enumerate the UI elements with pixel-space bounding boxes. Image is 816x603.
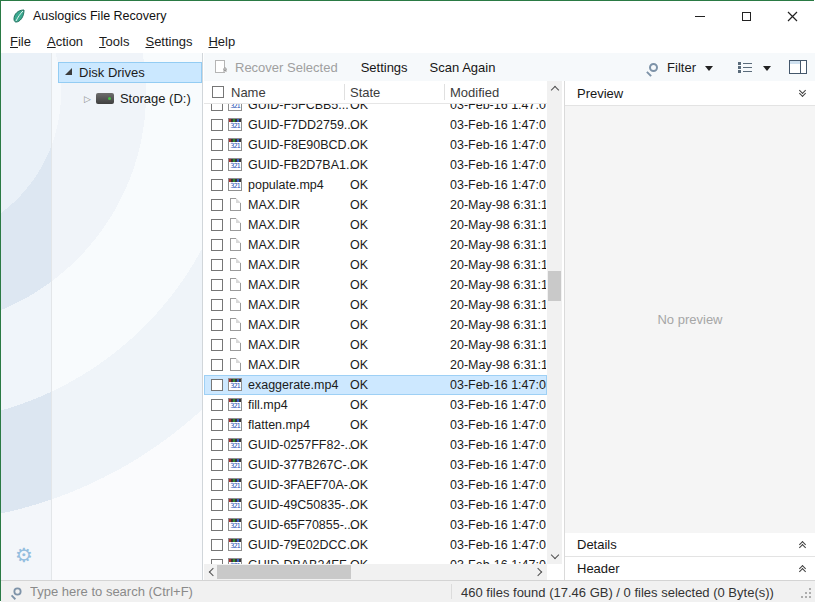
file-checkbox[interactable]: [211, 499, 223, 511]
close-button[interactable]: [769, 1, 815, 31]
file-checkbox[interactable]: [211, 439, 223, 451]
file-type-icon: [228, 438, 242, 451]
file-name: MAX.DIR: [248, 278, 300, 292]
file-checkbox[interactable]: [211, 179, 223, 191]
header-section-header[interactable]: Header: [565, 557, 815, 580]
file-name: GUID-F7DD2759...: [248, 118, 354, 132]
menu-item[interactable]: Help: [202, 32, 245, 52]
menu-item[interactable]: Settings: [139, 32, 202, 52]
table-row[interactable]: flatten.mp4 OK 03-Feb-16 1:47:04 .: [204, 415, 547, 435]
preview-section-header[interactable]: Preview: [565, 81, 815, 106]
tree-collapsed-icon[interactable]: ▷: [84, 94, 91, 104]
table-row[interactable]: GUID-F5FCBB5... OK 03-Feb-16 1:47:06 .: [204, 104, 547, 115]
tree-expanded-icon[interactable]: [65, 68, 72, 75]
table-row[interactable]: populate.mp4 OK 03-Feb-16 1:47:06 .: [204, 175, 547, 195]
file-checkbox[interactable]: [211, 339, 223, 351]
table-row[interactable]: MAX.DIR OK 20-May-98 6:31:10: [204, 355, 547, 375]
file-checkbox[interactable]: [211, 159, 223, 171]
filter-button[interactable]: Filter: [667, 60, 696, 75]
scroll-down-button[interactable]: [547, 549, 562, 564]
sidebar-item-storage-d[interactable]: ▷ Storage (D:): [58, 88, 202, 109]
column-header-name[interactable]: Name: [231, 85, 266, 100]
horizontal-scrollbar[interactable]: [204, 564, 547, 580]
table-row[interactable]: MAX.DIR OK 20-May-98 6:31:10: [204, 235, 547, 255]
file-checkbox[interactable]: [211, 319, 223, 331]
table-row[interactable]: MAX.DIR OK 20-May-98 6:31:10: [204, 315, 547, 335]
chevron-double-up-icon[interactable]: [800, 542, 805, 548]
table-row[interactable]: MAX.DIR OK 20-May-98 6:31:10: [204, 295, 547, 315]
column-header-state[interactable]: State: [350, 85, 380, 100]
file-name: MAX.DIR: [248, 298, 300, 312]
minimize-button[interactable]: [677, 1, 723, 31]
menu-item[interactable]: Action: [41, 32, 93, 52]
file-checkbox[interactable]: [211, 299, 223, 311]
table-row[interactable]: MAX.DIR OK 20-May-98 6:31:10: [204, 195, 547, 215]
menu-item[interactable]: Tools: [93, 32, 139, 52]
file-checkbox[interactable]: [211, 419, 223, 431]
file-state: OK: [350, 538, 368, 552]
search-input[interactable]: [30, 584, 330, 599]
file-checkbox[interactable]: [211, 539, 223, 551]
settings-button[interactable]: Settings: [350, 60, 419, 75]
table-row[interactable]: GUID-65F70855-... OK 03-Feb-16 1:47:04 .: [204, 515, 547, 535]
view-dropdown-icon[interactable]: [763, 66, 771, 71]
table-row[interactable]: GUID-3FAEF70A-... OK 03-Feb-16 1:47:04 .: [204, 475, 547, 495]
file-state: OK: [350, 218, 368, 232]
file-state: OK: [350, 478, 368, 492]
file-checkbox[interactable]: [211, 379, 223, 391]
file-checkbox[interactable]: [211, 479, 223, 491]
vertical-scrollbar[interactable]: [547, 81, 562, 564]
file-state: OK: [350, 258, 368, 272]
table-row[interactable]: GUID-F8E90BCD... OK 03-Feb-16 1:47:06 .: [204, 135, 547, 155]
file-checkbox[interactable]: [211, 139, 223, 151]
file-checkbox[interactable]: [211, 279, 223, 291]
table-row[interactable]: GUID-0257FF82-... OK 03-Feb-16 1:47:04 .: [204, 435, 547, 455]
file-name: GUID-65F70855-...: [248, 518, 354, 532]
chevron-double-up-icon[interactable]: [800, 566, 805, 572]
layout-panel-icon[interactable]: [789, 60, 807, 74]
file-checkbox[interactable]: [211, 259, 223, 271]
vertical-scroll-thumb[interactable]: [548, 271, 561, 301]
file-checkbox[interactable]: [211, 119, 223, 131]
list-view-icon[interactable]: [737, 61, 754, 74]
recover-selected-button[interactable]: Recover Selected: [204, 60, 350, 75]
table-row[interactable]: MAX.DIR OK 20-May-98 6:31:10: [204, 335, 547, 355]
filter-dropdown-icon[interactable]: [705, 66, 713, 71]
column-header-modified[interactable]: Modified: [450, 85, 499, 100]
file-state: OK: [350, 378, 368, 392]
scroll-right-button[interactable]: [532, 564, 547, 579]
sidebar-item-disk-drives[interactable]: Disk Drives: [58, 62, 202, 83]
file-checkbox[interactable]: [211, 399, 223, 411]
file-checkbox[interactable]: [211, 459, 223, 471]
scan-again-button[interactable]: Scan Again: [419, 60, 507, 75]
table-row[interactable]: MAX.DIR OK 20-May-98 6:31:10: [204, 255, 547, 275]
file-checkbox[interactable]: [211, 519, 223, 531]
table-row[interactable]: MAX.DIR OK 20-May-98 6:31:10: [204, 215, 547, 235]
table-row[interactable]: GUID-79E02DCC... OK 03-Feb-16 1:47:04 .: [204, 535, 547, 555]
table-row[interactable]: GUID-DBAB24FF... OK 03-Feb-16 1:47:04: [204, 555, 547, 564]
file-modified: 03-Feb-16 1:47:06 .: [450, 158, 546, 172]
select-all-checkbox[interactable]: [212, 86, 224, 98]
file-checkbox[interactable]: [211, 104, 223, 111]
file-checkbox[interactable]: [211, 359, 223, 371]
table-row[interactable]: fill.mp4 OK 03-Feb-16 1:47:04 .: [204, 395, 547, 415]
table-row[interactable]: GUID-49C50835-... OK 03-Feb-16 1:47:04 .: [204, 495, 547, 515]
horizontal-scroll-thumb[interactable]: [217, 565, 351, 579]
maximize-button[interactable]: [723, 1, 769, 31]
file-name: GUID-0257FF82-...: [248, 438, 355, 452]
file-checkbox[interactable]: [211, 239, 223, 251]
scroll-up-button[interactable]: [547, 81, 562, 96]
table-row[interactable]: GUID-F7DD2759... OK 03-Feb-16 1:47:06 .: [204, 115, 547, 135]
table-row[interactable]: GUID-FB2D7BA1... OK 03-Feb-16 1:47:06 .: [204, 155, 547, 175]
table-row[interactable]: exaggerate.mp4 OK 03-Feb-16 1:47:04 .: [204, 375, 547, 395]
chevron-double-down-icon[interactable]: [800, 90, 805, 96]
menu-item[interactable]: File: [4, 32, 41, 52]
table-row[interactable]: MAX.DIR OK 20-May-98 6:31:10: [204, 275, 547, 295]
file-checkbox[interactable]: [211, 199, 223, 211]
gear-icon[interactable]: ⚙: [15, 543, 33, 567]
file-checkbox[interactable]: [211, 219, 223, 231]
title-bar: Auslogics File Recovery: [1, 1, 815, 31]
resize-grip-icon[interactable]: [800, 587, 812, 599]
details-section-header[interactable]: Details: [565, 533, 815, 557]
table-row[interactable]: GUID-377B267C-... OK 03-Feb-16 1:47:04 .: [204, 455, 547, 475]
